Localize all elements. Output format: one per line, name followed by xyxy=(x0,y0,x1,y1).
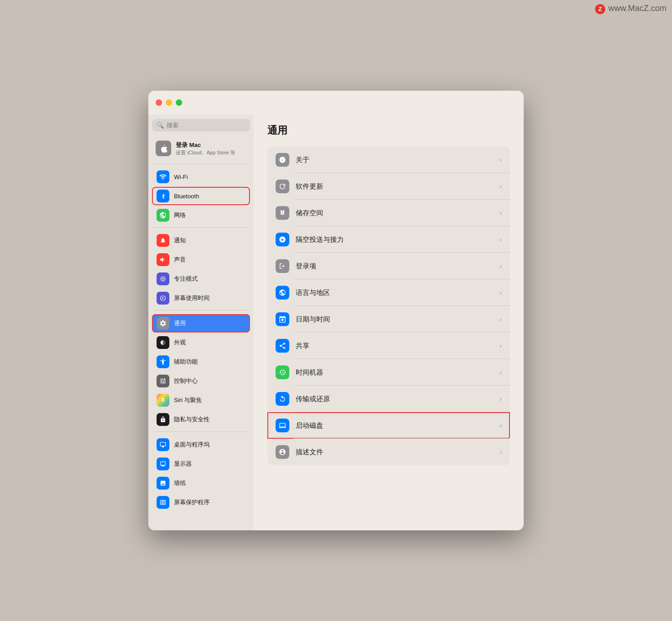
maximize-button[interactable] xyxy=(176,99,182,106)
storage-label: 储存空间 xyxy=(296,209,493,218)
sidebar-item-label-display: 显示器 xyxy=(174,460,192,468)
search-bar[interactable]: 🔍 xyxy=(152,119,250,131)
sidebar-item-label-accessibility: 辅助功能 xyxy=(174,358,198,366)
sidebar-item-wifi[interactable]: Wi-Fi xyxy=(152,168,250,186)
startup-disk-label: 启动磁盘 xyxy=(296,421,493,430)
row-datetime[interactable]: 日期与时间 › xyxy=(267,306,510,332)
accessibility-icon xyxy=(157,355,169,368)
account-text: 登录 Mac 设置 iCloud、App Store 等 xyxy=(176,141,235,156)
transfer-chevron: › xyxy=(499,395,502,403)
notifications-icon xyxy=(157,234,169,247)
datetime-chevron: › xyxy=(499,316,502,323)
close-button[interactable] xyxy=(156,99,162,106)
sidebar-item-siri[interactable]: Siri 与聚焦 xyxy=(152,391,250,409)
screensaver-icon xyxy=(157,496,169,509)
sidebar-item-notifications[interactable]: 通知 xyxy=(152,231,250,250)
transfer-label: 传输或还原 xyxy=(296,395,493,403)
page-title: 通用 xyxy=(267,124,510,137)
sidebar-divider-3 xyxy=(154,310,248,310)
profiles-chevron: › xyxy=(499,448,502,456)
minimize-button[interactable] xyxy=(166,99,172,106)
search-input[interactable] xyxy=(167,122,245,129)
timemachine-label: 时间机器 xyxy=(296,368,493,377)
desktop-icon xyxy=(157,438,169,451)
sidebar-item-label-sound: 声音 xyxy=(174,256,186,264)
sound-icon xyxy=(157,253,169,266)
sidebar-divider-4 xyxy=(154,431,248,432)
wifi-icon xyxy=(157,170,169,183)
startup-disk-chevron: › xyxy=(499,422,502,429)
row-transfer[interactable]: 传输或还原 › xyxy=(267,386,510,412)
screentime-icon xyxy=(157,292,169,305)
sharing-icon xyxy=(276,339,289,353)
row-login[interactable]: 登录项 › xyxy=(267,253,510,279)
sidebar-item-label-control: 控制中心 xyxy=(174,377,198,385)
settings-list: 关于 › 软件更新 › 储存空间 › xyxy=(267,147,510,465)
apple-logo-icon xyxy=(159,144,168,153)
row-airdrop[interactable]: 隔空投送与接力 › xyxy=(267,226,510,253)
sidebar-item-wallpaper[interactable]: 墙纸 xyxy=(152,474,250,492)
row-profiles[interactable]: 描述文件 › xyxy=(267,439,510,465)
sidebar-item-desktop[interactable]: 桌面与程序坞 xyxy=(152,436,250,454)
sharing-label: 共享 xyxy=(296,342,493,350)
language-icon xyxy=(276,286,289,300)
sidebar-item-sound[interactable]: 声音 xyxy=(152,251,250,269)
sidebar-item-label-wifi: Wi-Fi xyxy=(174,174,188,180)
row-about[interactable]: 关于 › xyxy=(267,147,510,173)
sidebar-item-label-desktop: 桌面与程序坞 xyxy=(174,441,210,449)
account-sub: 设置 iCloud、App Store 等 xyxy=(176,149,235,156)
sidebar-item-label-privacy: 隐私与安全性 xyxy=(174,415,210,424)
display-icon xyxy=(157,458,169,470)
timemachine-chevron: › xyxy=(499,369,502,376)
system-preferences-window: 🔍 登录 Mac 设置 iCloud、App Store 等 xyxy=(148,91,524,530)
timemachine-icon xyxy=(276,365,289,379)
about-icon xyxy=(276,153,289,167)
row-timemachine[interactable]: 时间机器 › xyxy=(267,359,510,386)
row-language[interactable]: 语言与地区 › xyxy=(267,279,510,306)
sidebar-item-display[interactable]: 显示器 xyxy=(152,455,250,473)
general-icon xyxy=(157,317,169,330)
sidebar-item-label-bluetooth: Bluetooth xyxy=(174,193,199,200)
sidebar-item-accessibility[interactable]: 辅助功能 xyxy=(152,353,250,371)
sidebar-item-privacy[interactable]: 隐私与安全性 xyxy=(152,410,250,429)
airdrop-chevron: › xyxy=(499,236,502,243)
datetime-label: 日期与时间 xyxy=(296,315,493,324)
sidebar-item-bluetooth[interactable]: Bluetooth xyxy=(152,187,250,205)
sidebar: 🔍 登录 Mac 设置 iCloud、App Store 等 xyxy=(148,114,254,530)
sidebar-item-general[interactable]: 通用 xyxy=(152,314,250,332)
sidebar-item-screensaver[interactable]: 屏幕保护程序 xyxy=(152,493,250,512)
transfer-icon xyxy=(276,392,289,406)
privacy-icon xyxy=(157,413,169,426)
account-name: 登录 Mac xyxy=(176,141,235,149)
storage-icon xyxy=(276,206,289,220)
bluetooth-icon xyxy=(157,190,169,202)
sidebar-item-focus[interactable]: 专注模式 xyxy=(152,270,250,288)
sidebar-item-network[interactable]: 网络 xyxy=(152,206,250,224)
row-startup-disk[interactable]: 启动磁盘 › xyxy=(267,412,510,439)
sidebar-item-label-network: 网络 xyxy=(174,211,186,219)
startup-disk-icon xyxy=(276,419,289,432)
sidebar-item-screentime[interactable]: 屏幕使用时间 xyxy=(152,289,250,307)
sidebar-item-appearance[interactable]: 外观 xyxy=(152,333,250,352)
sidebar-divider xyxy=(154,163,248,164)
focus-icon xyxy=(157,272,169,285)
sharing-chevron: › xyxy=(499,342,502,349)
sidebar-item-label-screensaver: 屏幕保护程序 xyxy=(174,498,210,507)
main-panel: 通用 关于 › 软件更新 › xyxy=(254,114,524,530)
software-update-label: 软件更新 xyxy=(296,182,493,191)
account-section[interactable]: 登录 Mac 设置 iCloud、App Store 等 xyxy=(152,138,250,159)
storage-chevron: › xyxy=(499,209,502,217)
language-chevron: › xyxy=(499,289,502,296)
network-icon xyxy=(157,209,169,222)
software-update-icon xyxy=(276,180,289,193)
airdrop-label: 隔空投送与接力 xyxy=(296,235,493,244)
sidebar-item-label-screentime: 屏幕使用时间 xyxy=(174,294,210,302)
row-sharing[interactable]: 共享 › xyxy=(267,332,510,359)
sidebar-item-label-notifications: 通知 xyxy=(174,236,186,245)
software-update-chevron: › xyxy=(499,183,502,190)
sidebar-item-control[interactable]: 控制中心 xyxy=(152,372,250,390)
row-storage[interactable]: 储存空间 › xyxy=(267,200,510,226)
about-chevron: › xyxy=(499,156,502,163)
row-software-update[interactable]: 软件更新 › xyxy=(267,173,510,200)
window-content: 🔍 登录 Mac 设置 iCloud、App Store 等 xyxy=(148,114,524,530)
